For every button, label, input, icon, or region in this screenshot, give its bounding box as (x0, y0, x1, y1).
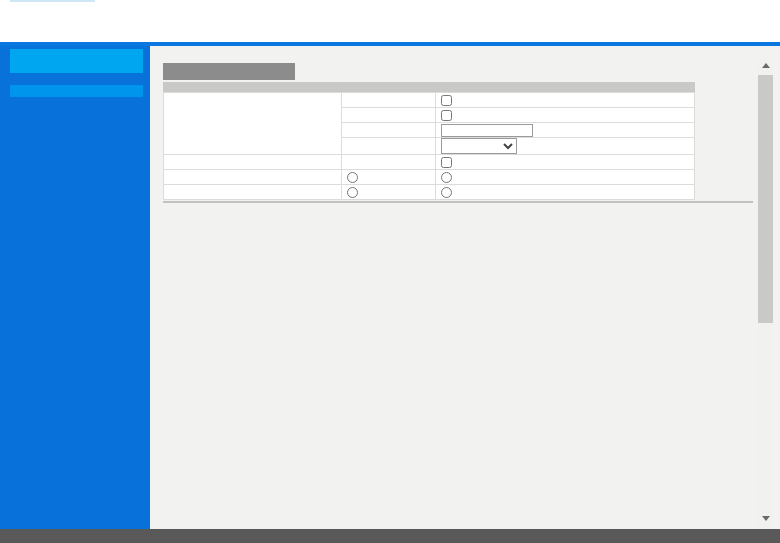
priority-select[interactable] (441, 138, 517, 154)
active-cell (436, 93, 695, 108)
header-bar (0, 0, 780, 42)
igmp-settings-form (163, 92, 695, 200)
host-timeout-label (341, 123, 436, 138)
form-row (164, 93, 695, 108)
browser-edge-artifact (10, 0, 95, 2)
reserved-drop-radio[interactable] (441, 187, 452, 198)
sidebar (0, 46, 150, 529)
unknown-flooding-cell (341, 170, 436, 185)
unknown-drop-cell (436, 170, 695, 185)
section-divider (163, 201, 753, 203)
reserved-flooding-cell (341, 185, 436, 200)
priority-label (341, 138, 436, 155)
scrollbar-down-arrow[interactable] (758, 511, 773, 527)
unknown-multicast-label (164, 170, 342, 185)
form-row (164, 155, 695, 170)
active-label (341, 93, 436, 108)
header-links (405, 63, 720, 80)
querier-cell (436, 108, 695, 123)
scrollbar-up-arrow[interactable] (758, 58, 773, 74)
unknown-drop-radio[interactable] (441, 172, 452, 183)
scrollbar-thumb[interactable] (758, 75, 773, 323)
reserved-drop-cell (436, 185, 695, 200)
form-row (164, 170, 695, 185)
querier-checkbox[interactable] (441, 110, 452, 121)
reserved-flooding-radio[interactable] (347, 187, 358, 198)
tab-igmp-snooping[interactable] (163, 63, 295, 80)
scrollbar[interactable] (758, 58, 773, 529)
form-row (164, 185, 695, 200)
igmp-filtering-label (164, 155, 342, 170)
app-window (0, 0, 780, 543)
host-timeout-input[interactable] (441, 124, 533, 137)
host-timeout-cell (436, 123, 695, 138)
reserved-multicast-label (164, 185, 342, 200)
filtering-active-cell (436, 155, 695, 170)
filtering-active-label (341, 155, 436, 170)
sidebar-main-panel (10, 49, 143, 73)
querier-label (341, 108, 436, 123)
main-area (0, 46, 780, 529)
unknown-flooding-radio[interactable] (347, 172, 358, 183)
sidebar-sub-panel (10, 85, 143, 97)
igmp-active-checkbox[interactable] (441, 95, 452, 106)
priority-cell (436, 138, 695, 155)
igmp-snooping-label (164, 93, 342, 155)
filtering-active-checkbox[interactable] (441, 157, 452, 168)
footer-bar (0, 529, 780, 543)
content-area (150, 46, 780, 529)
form-top-strip (163, 82, 695, 92)
